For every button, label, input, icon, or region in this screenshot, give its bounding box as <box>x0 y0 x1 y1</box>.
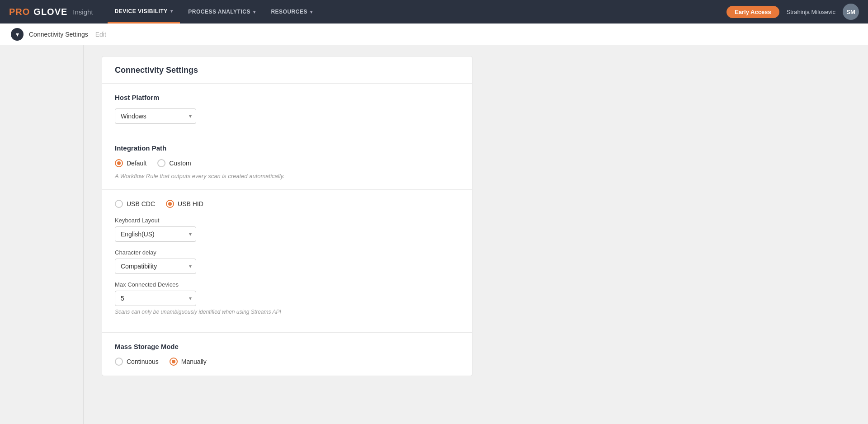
nav-process-analytics[interactable]: PROCESS ANALYTICS ▾ <box>181 0 263 24</box>
radio-manually-circle <box>170 358 178 366</box>
radio-usb-cdc[interactable]: USB CDC <box>115 200 155 208</box>
integration-path-helper: A Workflow Rule that outputs every scan … <box>115 173 459 179</box>
host-platform-dropdown-wrapper: Windows Linux macOS Android ▾ <box>115 108 196 124</box>
integration-path-section: Integration Path Default Custom A Workfl… <box>102 134 472 190</box>
mass-storage-title: Mass Storage Mode <box>115 343 459 350</box>
radio-usb-hid-circle <box>166 200 174 208</box>
max-devices-label: Max Connected Devices <box>115 281 459 288</box>
logo-area[interactable]: PROGLOVE Insight <box>9 7 93 17</box>
nav-items: DEVICE VISIBILITY ▾ PROCESS ANALYTICS ▾ … <box>108 0 727 24</box>
logo-pro: PRO <box>9 7 30 17</box>
sidebar <box>0 45 84 424</box>
radio-usb-cdc-label: USB CDC <box>127 200 155 207</box>
radio-default-circle <box>115 159 123 167</box>
mass-storage-radio-group: Continuous Manually <box>115 358 459 366</box>
character-delay-label: Character delay <box>115 249 459 256</box>
page-title: Connectivity Settings <box>115 66 459 75</box>
page-layout: Connectivity Settings Host Platform Wind… <box>0 45 868 424</box>
max-devices-field: Max Connected Devices 1 2 3 4 5 10 ▾ Sca… <box>115 281 459 315</box>
breadcrumb-back-icon[interactable]: ▾ <box>11 28 24 41</box>
character-delay-field: Character delay Compatibility Fast Norma… <box>115 249 459 274</box>
keyboard-layout-dropdown-wrapper: English(US) German French Spanish ▾ <box>115 226 196 242</box>
nav-right: Early Access Strahinja Milosevic SM <box>726 4 859 20</box>
breadcrumb-title: Connectivity Settings <box>29 31 88 38</box>
keyboard-layout-field: Keyboard Layout English(US) German Frenc… <box>115 217 459 242</box>
character-delay-select[interactable]: Compatibility Fast Normal Slow <box>115 259 196 274</box>
breadcrumb-bar: ▾ Connectivity Settings Edit <box>0 24 868 45</box>
host-platform-section: Host Platform Windows Linux macOS Androi… <box>102 84 472 134</box>
chevron-down-icon: ▾ <box>310 9 313 14</box>
breadcrumb-edit[interactable]: Edit <box>95 31 106 38</box>
max-devices-select[interactable]: 1 2 3 4 5 10 <box>115 291 196 306</box>
radio-custom-circle <box>157 159 165 167</box>
max-devices-dropdown-wrapper: 1 2 3 4 5 10 ▾ <box>115 291 196 306</box>
radio-custom[interactable]: Custom <box>157 159 191 167</box>
radio-usb-hid-label: USB HID <box>178 200 203 207</box>
early-access-button[interactable]: Early Access <box>726 6 779 18</box>
radio-manually-label: Manually <box>181 358 207 365</box>
chevron-down-icon: ▾ <box>170 9 173 14</box>
keyboard-layout-label: Keyboard Layout <box>115 217 459 224</box>
chevron-down-icon: ▾ <box>253 9 256 14</box>
nav-device-visibility[interactable]: DEVICE VISIBILITY ▾ <box>108 0 180 24</box>
max-devices-helper: Scans can only be unambiguously identifi… <box>115 309 459 315</box>
top-navigation: PROGLOVE Insight DEVICE VISIBILITY ▾ PRO… <box>0 0 868 24</box>
keyboard-layout-select[interactable]: English(US) German French Spanish <box>115 226 196 242</box>
avatar[interactable]: SM <box>843 4 859 20</box>
radio-usb-hid[interactable]: USB HID <box>166 200 203 208</box>
card-header: Connectivity Settings <box>102 57 472 84</box>
main-content: Connectivity Settings Host Platform Wind… <box>84 45 868 424</box>
radio-continuous-label: Continuous <box>127 358 159 365</box>
nav-resources[interactable]: RESOURCES ▾ <box>264 0 320 24</box>
radio-manually[interactable]: Manually <box>170 358 207 366</box>
radio-continuous-circle <box>115 358 123 366</box>
integration-path-title: Integration Path <box>115 144 459 152</box>
radio-usb-cdc-circle <box>115 200 123 208</box>
logo-glove: GLOVE <box>33 7 67 17</box>
radio-default-label: Default <box>127 160 146 167</box>
radio-default[interactable]: Default <box>115 159 146 167</box>
host-platform-title: Host Platform <box>115 94 459 101</box>
usb-section: USB CDC USB HID Keyboard Layout English(… <box>102 190 472 333</box>
logo-insight: Insight <box>73 8 93 16</box>
user-name: Strahinja Milosevic <box>787 9 835 15</box>
host-platform-select[interactable]: Windows Linux macOS Android <box>115 108 196 124</box>
radio-custom-label: Custom <box>169 160 191 167</box>
radio-continuous[interactable]: Continuous <box>115 358 159 366</box>
usb-radio-group: USB CDC USB HID <box>115 200 459 208</box>
integration-path-radio-group: Default Custom <box>115 159 459 167</box>
mass-storage-section: Mass Storage Mode Continuous Manually <box>102 333 472 376</box>
settings-card: Connectivity Settings Host Platform Wind… <box>102 56 472 376</box>
character-delay-dropdown-wrapper: Compatibility Fast Normal Slow ▾ <box>115 259 196 274</box>
